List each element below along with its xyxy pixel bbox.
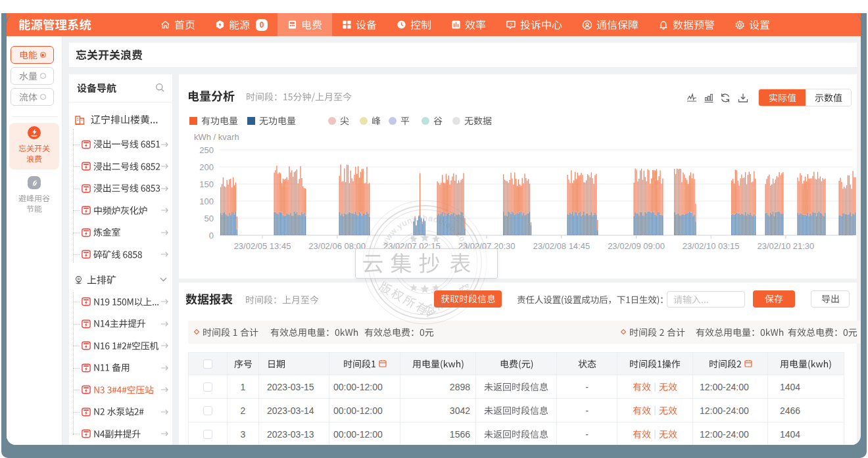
svg-text:?: ? — [510, 21, 513, 27]
svg-text:23/02/10 21:30: 23/02/10 21:30 — [758, 241, 815, 251]
svg-text:23/02/05 13:45: 23/02/05 13:45 — [234, 241, 291, 251]
svg-text:23/02/10 03:15: 23/02/10 03:15 — [683, 241, 740, 251]
svg-text:100: 100 — [199, 196, 214, 206]
svg-text:0: 0 — [209, 231, 214, 240]
svg-text:200: 200 — [199, 162, 214, 172]
svg-text:150: 150 — [199, 179, 214, 189]
svg-text:23/02/09 09:00: 23/02/09 09:00 — [608, 241, 665, 251]
svg-text:50: 50 — [205, 214, 214, 223]
svg-text:250: 250 — [199, 145, 214, 155]
svg-text:23/02/08 14:45: 23/02/08 14:45 — [533, 241, 590, 251]
